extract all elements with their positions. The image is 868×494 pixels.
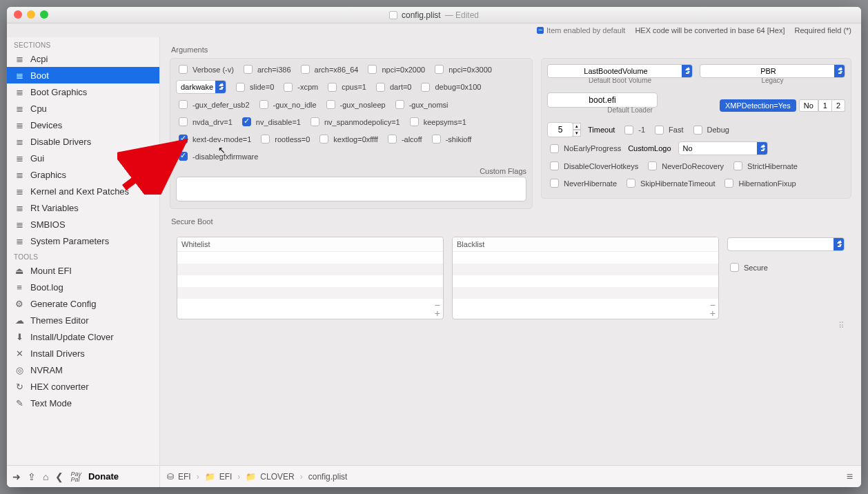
arg-disablegfx[interactable]: -disablegfxfirmware	[176, 150, 258, 163]
arg-xcpm[interactable]: -xcpm	[281, 81, 318, 94]
path-bar: ⛁EFI› 📁EFI› 📁CLOVER› config.plist ≡	[160, 465, 861, 487]
arg-nv-span[interactable]: nv_spanmodepolicy=1	[308, 115, 400, 128]
flag-noearly[interactable]: NoEarlyProgress	[547, 142, 621, 155]
custom-flags-input[interactable]	[176, 177, 526, 201]
palette-icon: ☁	[14, 315, 25, 326]
arg-alcoff[interactable]: -alcoff	[385, 132, 422, 146]
flag-disable-hk[interactable]: DisableCloverHotkeys	[547, 159, 638, 172]
sidebar-item-system-parameters[interactable]: ≣System Parameters	[7, 233, 159, 249]
minimize-window-button[interactable]	[27, 10, 35, 19]
arg-cpus-1[interactable]: cpus=1	[325, 81, 366, 94]
arg-arch-x86-64[interactable]: arch=x86_64	[298, 63, 359, 76]
default-boot-volume-dropdown[interactable]: LastBootedVolume▴▾	[547, 64, 693, 78]
arg-gux-nomsi[interactable]: -gux_nomsi	[393, 98, 448, 111]
sidebar-item-smbios[interactable]: ≣SMBIOS	[7, 216, 159, 233]
flag-never-recovery[interactable]: NeverDoRecovery	[645, 159, 724, 172]
arg-gux-defer[interactable]: -gux_defer_usb2	[176, 98, 250, 111]
customlogo-dropdown[interactable]: No▴▾	[678, 141, 768, 155]
arg-gux-noidle[interactable]: -gux_no_idle	[257, 98, 317, 111]
arg-gux-nosleep[interactable]: -gux_nosleep	[324, 98, 386, 111]
arg-verbose[interactable]: Verbose (-v)	[176, 63, 234, 76]
menu-icon[interactable]: ≡	[847, 471, 853, 483]
gear-icon: ⚙	[14, 298, 25, 309]
sidebar-item-cpu[interactable]: ≣Cpu	[7, 100, 159, 117]
boot-settings-box: LastBootedVolume▴▾ Default Boot Volume P…	[541, 58, 851, 199]
timeout-stepper[interactable]: ▴▾	[547, 122, 581, 137]
stepper-down-icon[interactable]: ▾	[573, 130, 581, 137]
sidebar-item-acpi[interactable]: ≣Acpi	[7, 50, 159, 67]
path-efi-drive[interactable]: ⛁EFI	[167, 472, 191, 482]
tool-install-drivers[interactable]: ✕Install Drivers	[7, 345, 159, 362]
sidebar-item-disable-drivers[interactable]: ≣Disable Drivers	[7, 133, 159, 150]
hex-note: HEX code will be converted in base 64 [H…	[635, 26, 785, 34]
sidebar-item-graphics[interactable]: ≣Graphics	[7, 166, 159, 183]
flag-skip-hib-t[interactable]: SkipHibernateTimeout	[624, 177, 715, 190]
blacklist-add-button[interactable]: +	[710, 309, 716, 317]
flag-minus1[interactable]: -1	[622, 124, 645, 137]
path-file[interactable]: config.plist	[308, 472, 348, 482]
arg-keepsyms[interactable]: keepsyms=1	[407, 115, 466, 128]
tool-hex-converter[interactable]: ↻HEX converter	[7, 378, 159, 395]
tool-mount-efi[interactable]: ⏏Mount EFI	[7, 262, 159, 279]
arg-slide-0[interactable]: slide=0	[233, 81, 274, 94]
secure-checkbox[interactable]: Secure	[727, 261, 768, 274]
blacklist-listbox[interactable]: Blacklist −+	[452, 237, 719, 319]
download-icon: ⬇	[14, 331, 25, 342]
share-icon[interactable]: ❮	[55, 471, 63, 482]
darkwake-dropdown[interactable]: darkwake▴▾	[176, 80, 226, 94]
arg-arch-i386[interactable]: arch=i386	[241, 63, 291, 76]
whitelist-add-button[interactable]: +	[435, 309, 440, 317]
arg-nvda-drv[interactable]: nvda_drv=1	[176, 115, 233, 128]
whitelist-listbox[interactable]: Whitelist −+	[177, 237, 444, 319]
arg-dart-0[interactable]: dart=0	[373, 81, 412, 94]
arg-shikioff[interactable]: -shikioff	[429, 132, 472, 146]
timeout-input[interactable]	[547, 122, 573, 137]
grab-icon[interactable]: ⠿	[838, 321, 845, 330]
flag-fast[interactable]: Fast	[652, 124, 683, 137]
legacy-dropdown[interactable]: PBR▴▾	[700, 64, 845, 78]
chip-icon: ◎	[14, 364, 25, 375]
arg-nv-disable[interactable]: nv_disable=1	[239, 115, 301, 128]
close-window-button[interactable]	[14, 10, 22, 19]
import-icon[interactable]: ⇪	[28, 471, 36, 482]
eject-icon: ⏏	[14, 265, 25, 276]
tool-boot-log[interactable]: ≡Boot.log	[7, 279, 159, 295]
arg-kextlog[interactable]: kextlog=0xffff	[317, 132, 378, 146]
folder-icon: 📁	[246, 472, 256, 482]
paypal-icon[interactable]: PayPal	[70, 471, 81, 482]
stepper-up-icon[interactable]: ▴	[573, 123, 581, 130]
tool-text-mode[interactable]: ✎Text Mode	[7, 395, 159, 411]
tool-nvram[interactable]: ◎NVRAM	[7, 362, 159, 378]
donate-button[interactable]: Donate	[88, 471, 119, 482]
path-efi-dir[interactable]: 📁EFI	[205, 472, 233, 482]
flag-debug[interactable]: Debug	[691, 124, 729, 137]
checkbox-enabled-icon	[537, 27, 544, 34]
home-icon[interactable]: ⌂	[43, 471, 48, 482]
traffic-lights	[14, 10, 48, 19]
default-loader-input[interactable]	[547, 92, 658, 108]
blacklist-header: Blacklist	[453, 237, 718, 252]
arg-npci-3000[interactable]: npci=0x3000	[432, 63, 492, 76]
logout-icon[interactable]: ➜	[12, 471, 21, 482]
arg-rootless[interactable]: rootless=0	[258, 132, 310, 146]
flag-hib-fixup[interactable]: HibernationFixup	[722, 177, 796, 190]
sidebar-item-devices[interactable]: ≣Devices	[7, 117, 159, 133]
xmp-detection-button[interactable]: XMPDetection=Yes	[720, 99, 796, 112]
sidebar-item-boot[interactable]: ≣Boot	[7, 67, 159, 83]
arg-debug-0x100[interactable]: debug=0x100	[418, 81, 481, 94]
arg-npci-2000[interactable]: npci=0x2000	[365, 63, 425, 76]
arg-kext-dev[interactable]: kext-dev-mode=1	[176, 132, 251, 146]
flag-never-hib[interactable]: NeverHibernate	[547, 177, 617, 190]
tool-install-clover[interactable]: ⬇Install/Update Clover	[7, 328, 159, 345]
sidebar-item-rt[interactable]: ≣Rt Variables	[7, 199, 159, 216]
sidebar-item-boot-graphics[interactable]: ≣Boot Graphics	[7, 83, 159, 100]
zoom-window-button[interactable]	[40, 10, 48, 19]
sidebar-item-gui[interactable]: ≣Gui	[7, 150, 159, 166]
secureboot-dropdown[interactable]: ▴▾	[727, 237, 845, 251]
tool-generate-config[interactable]: ⚙Generate Config	[7, 295, 159, 312]
sidebar-item-kernel[interactable]: ≣Kernel and Kext Patches	[7, 183, 159, 199]
flag-strict-hib[interactable]: StrictHibernate	[731, 159, 798, 172]
xmp-segment[interactable]: No 1 2	[799, 99, 845, 112]
tool-themes-editor[interactable]: ☁Themes Editor	[7, 312, 159, 328]
path-clover-dir[interactable]: 📁CLOVER	[246, 472, 294, 482]
